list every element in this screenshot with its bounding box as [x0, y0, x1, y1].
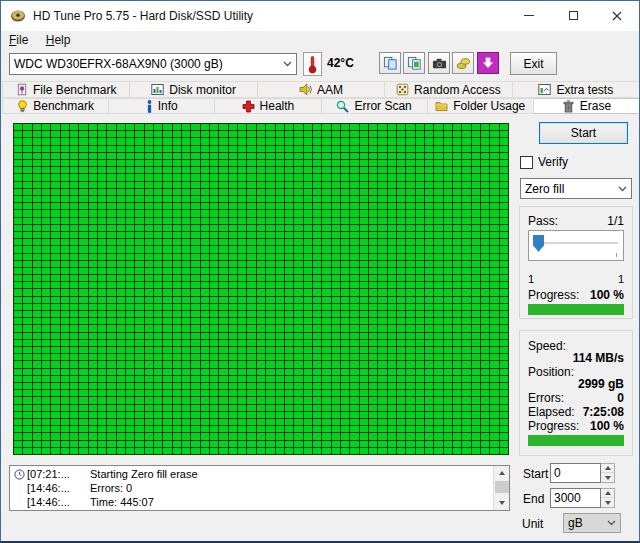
copy-image-button[interactable] — [403, 52, 425, 74]
close-button[interactable] — [595, 1, 639, 30]
tab-file-benchmark[interactable]: File Benchmark — [2, 81, 130, 98]
erase-block — [276, 325, 284, 331]
erase-block — [229, 268, 237, 274]
scrollbar-thumb[interactable] — [495, 481, 509, 493]
scroll-down-button[interactable] — [494, 496, 510, 510]
erase-block — [257, 383, 265, 389]
exit-button[interactable]: Exit — [510, 52, 557, 75]
erase-block — [98, 390, 106, 396]
unit-select[interactable]: gB — [563, 513, 621, 533]
erase-block — [472, 261, 480, 267]
erase-block — [70, 361, 78, 367]
erase-block — [117, 268, 125, 274]
copy-button[interactable] — [379, 52, 401, 74]
erase-block — [481, 167, 489, 173]
tab-info[interactable]: Info — [109, 98, 215, 114]
drive-select[interactable]: WDC WD30EFRX-68AX9N0 (3000 gB) — [9, 53, 297, 75]
log-scrollbar[interactable] — [493, 466, 509, 510]
tab-folder-usage[interactable]: Folder Usage — [428, 98, 534, 114]
temperature-button[interactable] — [303, 52, 322, 76]
erase-block — [276, 354, 284, 360]
erase-mode-select[interactable]: Zero fill — [520, 178, 632, 199]
end-range-input[interactable] — [550, 488, 601, 508]
erase-block — [89, 297, 97, 303]
erase-block — [89, 203, 97, 209]
erase-block — [369, 383, 377, 389]
erase-block — [294, 261, 302, 267]
start-button[interactable]: Start — [539, 122, 628, 144]
erase-block — [481, 304, 489, 310]
verify-checkbox[interactable] — [520, 156, 533, 169]
erase-block — [388, 225, 396, 231]
erase-block — [388, 390, 396, 396]
save-results-button[interactable] — [452, 52, 474, 74]
spin-up-button[interactable] — [601, 464, 614, 473]
erase-block — [70, 376, 78, 382]
spin-up-button[interactable] — [601, 489, 614, 498]
tab-aam[interactable]: AAM — [258, 81, 385, 98]
tab-erase[interactable]: Erase — [534, 98, 640, 114]
erase-block — [350, 254, 358, 260]
erase-block — [350, 448, 358, 454]
erase-block — [388, 289, 396, 295]
erase-block — [23, 347, 31, 353]
tab-error-scan[interactable]: Error Scan — [322, 98, 428, 114]
erase-block — [481, 153, 489, 159]
erase-block — [173, 383, 181, 389]
erase-block — [369, 239, 377, 245]
tab-benchmark[interactable]: Benchmark — [2, 98, 109, 114]
erase-block — [135, 225, 143, 231]
erase-block — [304, 138, 312, 144]
tab-random-access[interactable]: Random Access — [385, 81, 512, 98]
pass-slider[interactable] — [528, 230, 624, 261]
log-box[interactable]: [07:21:... Starting Zero fill erase [14:… — [9, 465, 510, 511]
erase-block — [285, 397, 293, 403]
erase-block — [406, 333, 414, 339]
erase-block — [462, 433, 470, 439]
update-button[interactable] — [477, 52, 499, 74]
erase-block — [126, 268, 134, 274]
erase-block — [322, 448, 330, 454]
spin-down-button[interactable] — [601, 498, 614, 507]
erase-block — [425, 297, 433, 303]
erase-block — [416, 369, 424, 375]
erase-block — [444, 239, 452, 245]
erase-block — [238, 124, 246, 130]
erase-block — [51, 333, 59, 339]
erase-block — [444, 268, 452, 274]
erase-block — [145, 189, 153, 195]
erase-block — [79, 282, 87, 288]
erase-block — [266, 333, 274, 339]
tab-extra-tests[interactable]: Extra tests — [513, 81, 640, 98]
erase-block — [14, 218, 22, 224]
erase-block — [462, 282, 470, 288]
tab-disk-monitor[interactable]: Disk monitor — [130, 81, 257, 98]
erase-block — [378, 246, 386, 252]
menu-help[interactable]: Help — [39, 31, 78, 49]
erase-block — [107, 333, 115, 339]
erase-block — [397, 203, 405, 209]
tab-health[interactable]: Health — [215, 98, 321, 114]
screenshot-button[interactable] — [428, 52, 450, 74]
menu-file[interactable]: File — [2, 31, 35, 49]
erase-block — [33, 390, 41, 396]
erase-block — [210, 225, 218, 231]
scroll-up-button[interactable] — [494, 466, 510, 480]
erase-block — [229, 275, 237, 281]
erase-block — [397, 383, 405, 389]
erase-block — [304, 333, 312, 339]
spin-down-button[interactable] — [601, 473, 614, 482]
erase-block — [257, 405, 265, 411]
erase-block — [332, 282, 340, 288]
erase-block — [378, 138, 386, 144]
erase-block — [341, 174, 349, 180]
maximize-button[interactable] — [551, 1, 595, 30]
erase-block — [135, 340, 143, 346]
minimize-button[interactable] — [507, 1, 551, 30]
erase-block — [378, 333, 386, 339]
erase-block — [98, 131, 106, 137]
start-range-input[interactable] — [550, 463, 601, 483]
slider-thumb[interactable] — [533, 235, 544, 252]
erase-block — [219, 275, 227, 281]
erase-block — [173, 131, 181, 137]
